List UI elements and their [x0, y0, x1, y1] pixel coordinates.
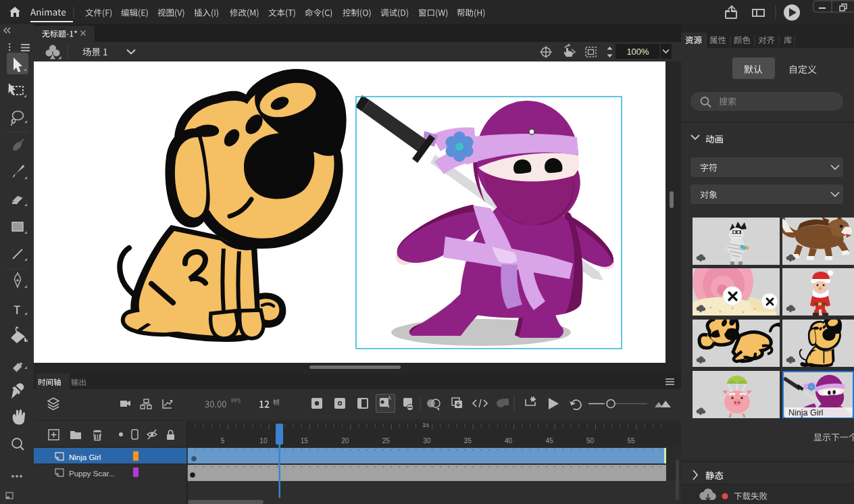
svg-text:Puppy Scar...: Puppy Scar...: [69, 470, 115, 478]
svg-text:30: 30: [423, 437, 431, 445]
svg-text:10: 10: [259, 437, 268, 445]
svg-text:15: 15: [301, 437, 309, 445]
svg-text:5: 5: [221, 437, 225, 445]
svg-text:Ninja Girl: Ninja Girl: [788, 408, 823, 418]
svg-text:40: 40: [505, 437, 513, 445]
svg-text:50: 50: [586, 437, 595, 445]
svg-text:45: 45: [545, 437, 553, 445]
svg-text:35: 35: [464, 437, 472, 445]
svg-text:100%: 100%: [626, 47, 649, 57]
svg-text:Ninja Girl: Ninja Girl: [69, 453, 101, 461]
svg-text:25: 25: [382, 437, 391, 445]
svg-text:55: 55: [627, 437, 635, 445]
svg-text:20: 20: [341, 437, 349, 445]
svg-text:1s: 1s: [422, 421, 429, 428]
